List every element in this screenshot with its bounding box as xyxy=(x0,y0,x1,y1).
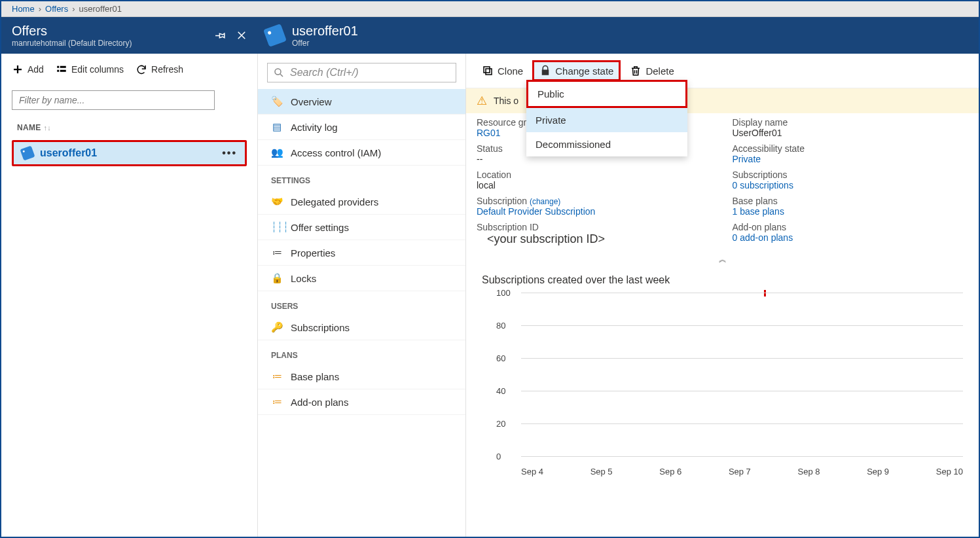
warning-icon: ⚠ xyxy=(477,94,487,108)
x-tick-label: Sep 7 xyxy=(729,467,751,476)
y-tick-label: 0 xyxy=(496,452,501,461)
x-tick-label: Sep 10 xyxy=(936,467,963,476)
offer-name: useroffer01 xyxy=(40,147,97,159)
location-value: local xyxy=(477,180,713,190)
refresh-label: Refresh xyxy=(151,64,183,75)
clone-button[interactable]: Clone xyxy=(477,62,528,79)
base-plans-label: Base plans xyxy=(733,196,969,206)
nav-label: Delegated providers xyxy=(291,196,378,207)
tag-icon xyxy=(20,145,35,160)
offer-row[interactable]: useroffer01 ••• xyxy=(12,140,247,166)
lock-icon: 🔒 xyxy=(271,272,283,284)
svg-rect-3 xyxy=(60,70,66,72)
subscription-id-value: <your subscription ID> xyxy=(477,232,713,246)
clone-label: Clone xyxy=(498,65,523,77)
nav-access-control[interactable]: 👥 Access control (IAM) xyxy=(258,140,465,166)
nav-offer-settings[interactable]: ┆┆┆ Offer settings xyxy=(258,215,465,240)
nav-delegated-providers[interactable]: 🤝 Delegated providers xyxy=(258,189,465,215)
x-tick-label: Sep 8 xyxy=(798,467,820,476)
collapse-handle[interactable]: ︽ xyxy=(466,251,979,268)
offer-tag-icon xyxy=(263,24,287,47)
grid-line xyxy=(521,423,963,424)
nav-label: Activity log xyxy=(291,122,338,133)
delete-button[interactable]: Delete xyxy=(625,62,679,79)
log-icon: ▤ xyxy=(271,121,283,133)
add-button[interactable]: Add xyxy=(12,63,44,75)
display-name-value: UserOffer01 xyxy=(733,128,969,138)
refresh-button[interactable]: Refresh xyxy=(136,63,183,75)
addon-plans-link[interactable]: 0 add-on plans xyxy=(733,232,969,243)
nav-properties[interactable]: ≔ Properties xyxy=(258,240,465,266)
pin-icon[interactable] xyxy=(215,29,227,42)
close-icon[interactable] xyxy=(236,29,247,42)
edit-columns-label: Edit columns xyxy=(71,64,124,75)
grid-line xyxy=(521,391,963,391)
nav-activity-log[interactable]: ▤ Activity log xyxy=(258,115,465,140)
svg-point-4 xyxy=(275,69,281,75)
nav-label: Properties xyxy=(291,247,335,259)
offers-subtitle: manrutehotmail (Default Directory) xyxy=(12,39,132,48)
grid-line xyxy=(521,358,963,359)
state-decommissioned[interactable]: Decommissioned xyxy=(526,132,687,156)
state-private[interactable]: Private xyxy=(526,108,687,132)
list-icon: ≔ xyxy=(271,370,283,382)
nav-overview[interactable]: 🏷️ Overview xyxy=(258,89,465,115)
subscription-link[interactable]: Default Provider Subscription xyxy=(477,206,713,217)
nav-subscriptions[interactable]: 🔑 Subscriptions xyxy=(258,315,465,340)
breadcrumb-offers[interactable]: Offers xyxy=(45,4,68,14)
nav-label: Overview xyxy=(291,96,332,107)
svg-rect-0 xyxy=(57,66,59,68)
detail-subtitle: Offer xyxy=(292,39,358,48)
nav-label: Subscriptions xyxy=(291,322,350,333)
subscription-label: Subscription (change) xyxy=(477,196,713,206)
access-state-link[interactable]: Private xyxy=(733,154,969,164)
subscription-change-link[interactable]: (change) xyxy=(530,197,560,206)
detail-title: useroffer01 xyxy=(292,24,358,39)
subscriptions-link[interactable]: 0 subscriptions xyxy=(733,180,969,190)
nav-section-settings: SETTINGS xyxy=(258,166,465,189)
filter-input[interactable] xyxy=(12,90,215,110)
chevron-icon: › xyxy=(72,4,75,14)
sort-icon: ↑↓ xyxy=(44,124,52,132)
nav-section-plans: PLANS xyxy=(258,340,465,364)
nav-label: Add-on plans xyxy=(291,397,348,408)
add-label: Add xyxy=(27,64,44,75)
y-tick-label: 60 xyxy=(496,353,505,363)
grid-line xyxy=(521,456,963,457)
y-tick-label: 100 xyxy=(496,288,511,298)
change-state-button[interactable]: Change state xyxy=(532,60,621,81)
nav-search-placeholder: Search (Ctrl+/) xyxy=(290,67,358,79)
y-tick-label: 40 xyxy=(496,386,505,396)
display-name-label: Display name xyxy=(733,117,969,128)
state-public[interactable]: Public xyxy=(526,80,687,108)
sliders-icon: ┆┆┆ xyxy=(271,221,283,233)
chevron-icon: › xyxy=(39,4,41,14)
breadcrumb-home[interactable]: Home xyxy=(12,4,35,14)
nav-search[interactable]: Search (Ctrl+/) xyxy=(267,63,456,82)
breadcrumb-current: useroffer01 xyxy=(79,4,122,14)
edit-columns-button[interactable]: Edit columns xyxy=(56,63,124,75)
offers-name-header[interactable]: NAME↑↓ xyxy=(1,115,257,136)
addon-plans-label: Add-on plans xyxy=(733,222,969,232)
nav-addon-plans[interactable]: ≔ Add-on plans xyxy=(258,389,465,415)
offers-title: Offers xyxy=(12,24,132,39)
x-tick-label: Sep 9 xyxy=(867,467,889,476)
list-icon: ≔ xyxy=(271,396,283,408)
chart-title: Subscriptions created over the last week xyxy=(482,274,963,286)
base-plans-link[interactable]: 1 base plans xyxy=(733,206,969,217)
svg-rect-6 xyxy=(486,69,492,75)
svg-rect-2 xyxy=(57,70,59,72)
nav-label: Locks xyxy=(291,273,316,284)
subscriptions-label: Subscriptions xyxy=(733,170,969,180)
grid-line xyxy=(521,293,963,293)
x-tick-label: Sep 6 xyxy=(659,467,681,476)
change-state-label: Change state xyxy=(555,65,613,77)
location-label: Location xyxy=(477,170,713,180)
banner-text: This o xyxy=(494,96,518,106)
more-icon[interactable]: ••• xyxy=(222,147,237,159)
breadcrumb: Home › Offers › useroffer01 xyxy=(1,1,979,17)
nav-section-users: USERS xyxy=(258,291,465,315)
nav-locks[interactable]: 🔒 Locks xyxy=(258,266,465,291)
nav-base-plans[interactable]: ≔ Base plans xyxy=(258,364,465,389)
nav-label: Access control (IAM) xyxy=(291,147,381,158)
